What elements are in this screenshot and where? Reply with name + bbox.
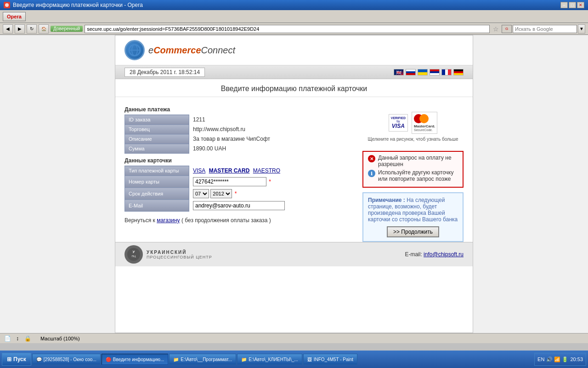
email-link[interactable]: info@chipsoft.ru (424, 251, 464, 258)
card-section-title: Данные карточки (124, 157, 353, 164)
label-merchant: Торговец (125, 125, 189, 134)
close-btn[interactable]: ✕ (577, 2, 584, 8)
value-email (189, 200, 353, 212)
value-amount: 1890.00 UAH (189, 144, 353, 154)
date-display: 28 Декабрь 2011 г. 18:52:14 (124, 68, 205, 77)
value-expiry: 01020304 05060708 09101112 201120122013 … (189, 188, 353, 200)
opera-menu-button[interactable]: Opera (3, 12, 26, 21)
error-box: ✕ Данный запрос на оплату не разрешен ℹ … (362, 151, 464, 188)
window-controls: – □ ✕ (560, 2, 584, 8)
status-bar: 📄 ↕ 🔒 Масштаб (100%) (0, 333, 588, 343)
note-label: Примечание : (368, 197, 405, 203)
return-suffix: ( без продолжения оплаты заказа ) (181, 217, 271, 224)
titlebar: Введите информацию платежной карточки - … (0, 0, 588, 10)
payment-info-table: ID заказа 1211 Торговец http://www.chips… (124, 115, 353, 154)
continue-button[interactable]: >> Продолжить (387, 226, 439, 237)
search-engine-icon[interactable]: G (502, 25, 512, 33)
address-input[interactable] (85, 25, 490, 33)
upc-org-name: УКРАИНСКИЙ (147, 250, 212, 255)
mastercard-link[interactable]: MASTER CARD (209, 167, 250, 174)
upc-logo-icon: У ПЦ (124, 245, 143, 264)
table-row-email: E-Mail (125, 200, 353, 212)
browser-toolbar: Opera (0, 10, 588, 23)
address-bar-container: Доверенный ☆ (51, 25, 500, 33)
date-bar: 28 Декабрь 2011 г. 18:52:14 🇬🇧 (115, 66, 473, 79)
forward-button[interactable]: ▶ (15, 24, 25, 34)
status-shield-icon: 🔒 (24, 335, 31, 342)
upc-org-subtitle: ПРОЦЕССИНГОВЫЙ ЦЕНТР (147, 255, 212, 259)
required-star: * (269, 178, 271, 185)
value-card-type: VISA MASTER CARD MAESTRO (189, 166, 353, 176)
label-card-number: Номер карты (125, 176, 189, 188)
status-sync-icon: ↕ (14, 335, 21, 342)
mastercard-securecode-badge[interactable]: MasterCard. SecureCode. (412, 112, 437, 134)
label-card-type: Тип платежной карты (125, 166, 189, 176)
table-row: ID заказа 1211 (125, 115, 353, 125)
error-item-1: ✕ Данный запрос на оплату не разрешен (368, 155, 458, 167)
return-prefix: Вернуться к (124, 217, 155, 224)
visa-link[interactable]: VISA (193, 167, 205, 174)
click-info-text: Щелкните на рисунок, чтоб узнать больше (362, 137, 464, 142)
flag-fr[interactable] (441, 69, 452, 75)
expiry-year-select[interactable]: 201120122013 20142015 (210, 189, 232, 198)
home-button[interactable]: 🏠 (39, 24, 49, 34)
logo-icon (124, 40, 145, 60)
navigation-bar: ◀ ▶ ↻ 🏠 Доверенный ☆ G ▼ (0, 23, 588, 35)
status-icons: 📄 ↕ 🔒 (4, 335, 31, 342)
label-email: E-Mail (125, 200, 189, 212)
table-row-card-number: Номер карты * (125, 176, 353, 188)
footer-email: E-mail: info@chipsoft.ru (405, 251, 464, 258)
verified-logos: VERIFIED by VISA MasterCard. SecureCode. (362, 112, 464, 134)
logo-area: eCommerceConnect (124, 40, 235, 60)
label-desc: Описание (125, 134, 189, 144)
maximize-btn[interactable]: □ (569, 2, 576, 8)
label-id: ID заказа (125, 115, 189, 125)
card-info-table: Тип платежной карты VISA MASTER CARD MAE… (124, 166, 353, 212)
main-content: Данные платежа ID заказа 1211 Торговец h… (115, 103, 473, 242)
svg-text:ПЦ: ПЦ (132, 255, 136, 258)
logo-text: eCommerceConnect (148, 45, 235, 56)
note-box: Примечание : На следующей странице, возм… (362, 192, 464, 242)
status-page-icon: 📄 (4, 335, 11, 342)
value-desc: За товар в магазине ЧипСофт (189, 134, 353, 144)
left-section: Данные платежа ID заказа 1211 Торговец h… (124, 103, 353, 242)
flag-ua[interactable] (418, 69, 428, 75)
value-card-number: * (189, 176, 353, 188)
table-row: Торговец http://www.chipsoft.ru (125, 125, 353, 134)
bookmark-star-icon[interactable]: ☆ (492, 25, 500, 33)
table-row-card-type: Тип платежной карты VISA MASTER CARD MAE… (125, 166, 353, 176)
search-button[interactable]: ▼ (578, 24, 585, 34)
value-id: 1211 (189, 115, 353, 125)
flag-uk[interactable]: 🇬🇧 (394, 69, 404, 75)
shop-link[interactable]: магазину (157, 217, 180, 224)
back-button[interactable]: ◀ (3, 24, 13, 34)
email-input[interactable] (193, 201, 285, 210)
flag-ru[interactable] (406, 69, 416, 75)
error-item-2: ℹ Используйте другую карточку или повтор… (368, 169, 458, 182)
reload-button[interactable]: ↻ (27, 24, 37, 34)
search-input[interactable] (513, 25, 577, 33)
label-amount: Сумма (125, 144, 189, 154)
payment-section-title: Данные платежа (124, 106, 353, 113)
language-flags: 🇬🇧 (394, 69, 464, 75)
expiry-month-select[interactable]: 01020304 05060708 09101112 (193, 189, 209, 198)
svg-point-0 (5, 3, 9, 7)
maestro-link[interactable]: MAESTRO (253, 167, 280, 174)
right-section: VERIFIED by VISA MasterCard. SecureCode. (362, 103, 464, 242)
trusted-badge: Доверенный (51, 26, 83, 32)
flag-sr[interactable] (430, 69, 440, 75)
app-icon (4, 2, 10, 8)
return-link-container: Вернуться к магазину ( без продолжения о… (124, 217, 353, 227)
label-expiry: Срок действия (125, 188, 189, 200)
upc-text-container: УКРАИНСКИЙ ПРОЦЕССИНГОВЫЙ ЦЕНТР (147, 250, 212, 259)
card-number-input[interactable] (193, 177, 266, 186)
upc-logo: У ПЦ УКРАИНСКИЙ ПРОЦЕССИНГОВЫЙ ЦЕНТР (124, 245, 212, 264)
minimize-btn[interactable]: – (560, 2, 568, 8)
table-row: Описание За товар в магазине ЧипСофт (125, 134, 353, 144)
page-container: eCommerceConnect 28 Декабрь 2011 г. 18:5… (115, 35, 473, 333)
verified-visa-badge[interactable]: VERIFIED by VISA (389, 114, 408, 132)
flag-de[interactable] (453, 69, 464, 75)
value-merchant: http://www.chipsoft.ru (189, 125, 353, 134)
error-text-1: Данный запрос на оплату не разрешен (378, 155, 458, 167)
zoom-level: Масштаб (100%) (40, 336, 80, 341)
